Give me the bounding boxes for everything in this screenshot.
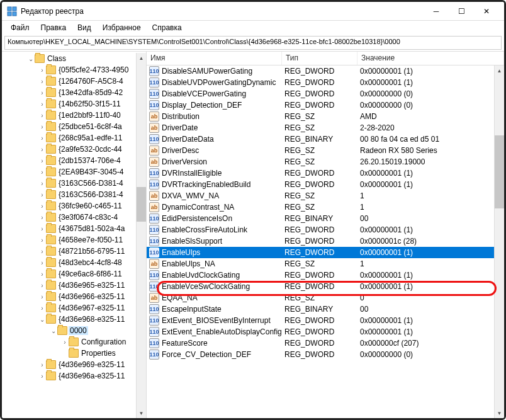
address-bar[interactable]: Компьютер\HKEY_LOCAL_MACHINE\SYSTEM\Cont… (4, 36, 502, 50)
tree-item[interactable]: ›{2db15374-706e-4 (2, 155, 146, 166)
value-data: 0x00000001 (1) (360, 282, 504, 291)
value-name: EnableCrossFireAutoLink (162, 225, 284, 234)
value-type: REG_DWORD (284, 237, 360, 246)
tree-item[interactable]: ›{48d3ebc4-4cf8-48 (2, 257, 146, 268)
tree-item[interactable]: ›{2EA9B43F-3045-4 (2, 166, 146, 178)
scroll-down-button[interactable]: ▼ (137, 408, 146, 418)
column-data[interactable]: Значение (357, 52, 504, 65)
tree-item[interactable]: ›{1264760F-A5C8-4 (2, 76, 146, 87)
value-name: FeatureScore (162, 339, 284, 348)
tree-item[interactable]: ›{268c95a1-edfe-11 (2, 132, 146, 144)
registry-value-row[interactable]: 110EnableUvdClockGatingREG_DWORD0x000000… (147, 270, 504, 281)
value-name: Distribution (162, 112, 284, 121)
close-button[interactable]: ✕ (474, 2, 499, 21)
folder-icon (46, 213, 56, 222)
menu-help[interactable]: Справка (147, 22, 187, 33)
value-data: 0x00000001 (1) (360, 271, 504, 280)
tree-item[interactable]: ›{49ce6ac8-6f86-11 (2, 268, 146, 280)
tree-item[interactable]: ›{25dbce51-6c8f-4a (2, 121, 146, 132)
registry-value-row[interactable]: 110ExtEvent_BIOSEventByInterruptREG_DWOR… (147, 315, 504, 326)
minimize-button[interactable]: ─ (424, 2, 449, 21)
folder-icon (46, 133, 56, 142)
tree-item[interactable]: ›{4d36e965-e325-11 (2, 280, 146, 291)
tree-item[interactable]: ›{2a9fe532-0cdc-44 (2, 144, 146, 155)
svg-rect-1 (13, 7, 16, 11)
tree-item[interactable]: ›{4d36e969-e325-11 (2, 359, 146, 370)
string-value-icon: ab (149, 191, 159, 201)
value-type: REG_DWORD (284, 248, 360, 257)
tree-item[interactable]: ›{1ed2bbf9-11f0-40 (2, 110, 146, 121)
folder-icon (46, 201, 56, 210)
value-type: REG_DWORD (284, 339, 360, 348)
tree-item[interactable]: ›{4d36e966-e325-11 (2, 291, 146, 302)
menubar: Файл Правка Вид Избранное Справка (2, 21, 504, 35)
registry-value-row[interactable]: abDriverVersionREG_SZ26.20.15019.19000 (147, 156, 504, 167)
tree-item[interactable]: ›{4d36e96a-e325-11 (2, 370, 146, 382)
menu-edit[interactable]: Правка (36, 22, 72, 33)
registry-value-row[interactable]: 110DriverDateDataREG_BINARY00 80 fa 04 c… (147, 133, 504, 145)
registry-value-row[interactable]: abDynamicContrast_NAREG_SZ1 (147, 201, 504, 213)
registry-value-row[interactable]: abEnableUlps_NAREG_SZ1 (147, 258, 504, 270)
tree-item[interactable]: ›{13e42dfa-85d9-42 (2, 87, 146, 98)
list-scrollbar[interactable]: ▲ ▼ (494, 65, 504, 418)
tree-item[interactable]: ›Configuration (2, 336, 146, 348)
value-data: AMD (360, 112, 504, 121)
tree-item[interactable]: ⌄{4d36e968-e325-11 (2, 314, 146, 325)
folder-icon (46, 224, 56, 233)
registry-value-row[interactable]: 110Force_CV_Detection_DEFREG_DWORD0x0000… (147, 349, 504, 360)
tree-item[interactable]: ›{3163C566-D381-4 (2, 178, 146, 189)
folder-icon (46, 167, 56, 176)
tree-item[interactable]: ›{4658ee7e-f050-11 (2, 234, 146, 246)
tree-item[interactable]: ›{4d36e967-e325-11 (2, 302, 146, 314)
registry-value-row[interactable]: 110DisableUVDPowerGatingDynamicREG_DWORD… (147, 77, 504, 88)
value-data: 1 (360, 259, 504, 268)
string-value-icon: ab (149, 157, 159, 167)
list-header: Имя Тип Значение (147, 52, 504, 65)
tree-scrollbar[interactable]: ▲ ▼ (136, 53, 146, 418)
column-name[interactable]: Имя (147, 52, 282, 65)
registry-value-row[interactable]: 110EdidPersistenceIsOnREG_BINARY00 (147, 213, 504, 224)
registry-value-row[interactable]: 110DisableVCEPowerGatingREG_DWORD0x00000… (147, 88, 504, 99)
tree-item[interactable]: ›{3e3f0674-c83c-4 (2, 212, 146, 223)
registry-value-row[interactable]: 110DisableSAMUPowerGatingREG_DWORD0x0000… (147, 65, 504, 77)
value-name: DriverVersion (162, 157, 284, 166)
value-name: DriverDateData (162, 135, 284, 144)
scroll-up-button[interactable]: ▲ (137, 53, 146, 63)
tree-item[interactable]: ›{14b62f50-3f15-11 (2, 98, 146, 110)
tree-item[interactable]: Properties (2, 348, 146, 359)
registry-value-row[interactable]: 110ExtEvent_EnableAutoDisplayConfigREG_D… (147, 326, 504, 338)
registry-value-row[interactable]: 110Display_Detection_DEFREG_DWORD0x00000… (147, 99, 504, 111)
registry-value-row[interactable]: 110EnableUlpsREG_DWORD0x00000001 (1) (147, 247, 504, 258)
tree-item[interactable]: ›{43675d81-502a-4a (2, 223, 146, 234)
value-name: DriverDate (162, 123, 284, 132)
registry-value-row[interactable]: abDriverDescREG_SZRadeon RX 580 Series (147, 145, 504, 156)
scroll-up-button[interactable]: ▲ (495, 65, 504, 76)
maximize-button[interactable]: ☐ (449, 2, 474, 21)
registry-value-row[interactable]: 110EnableCrossFireAutoLinkREG_DWORD0x000… (147, 224, 504, 236)
menu-view[interactable]: Вид (72, 22, 96, 33)
menu-file[interactable]: Файл (6, 22, 35, 33)
scroll-down-button[interactable]: ▼ (495, 408, 504, 418)
tree-item[interactable]: ›{36fc9e60-c465-11 (2, 200, 146, 212)
registry-value-row[interactable]: abEQAA_NAREG_SZ0 (147, 292, 504, 304)
tree-item[interactable]: ⌄0000 (2, 325, 146, 336)
tree-item[interactable]: ⌄Class (2, 53, 146, 64)
binary-value-icon: 110 (149, 247, 159, 258)
value-type: REG_SZ (284, 259, 360, 268)
tree-item[interactable]: ›{3163C566-D381-4 (2, 189, 146, 200)
tree-item[interactable]: ›{48721b56-6795-11 (2, 246, 146, 257)
folder-icon (46, 236, 56, 244)
menu-favorites[interactable]: Избранное (98, 22, 146, 33)
tree-item[interactable]: ›{05f5cfe2-4733-4950 (2, 64, 146, 76)
registry-value-row[interactable]: 110EnableVceSwClockGatingREG_DWORD0x0000… (147, 281, 504, 292)
registry-value-row[interactable]: 110EscapeInputStateREG_BINARY00 (147, 304, 504, 315)
registry-value-row[interactable]: abDriverDateREG_SZ2-28-2020 (147, 122, 504, 133)
registry-value-row[interactable]: 110EnableSlsSupportREG_DWORD0x0000001c (… (147, 236, 504, 247)
value-name: DXVA_WMV_NA (162, 191, 284, 200)
registry-value-row[interactable]: 110DVRInstallEligibleREG_DWORD0x00000001… (147, 167, 504, 179)
column-type[interactable]: Тип (282, 52, 357, 65)
registry-value-row[interactable]: abDistributionREG_SZAMD (147, 111, 504, 122)
registry-value-row[interactable]: 110DVRTrackingEnabledBuildREG_DWORD0x000… (147, 179, 504, 190)
registry-value-row[interactable]: 110FeatureScoreREG_DWORD0x000000cf (207) (147, 338, 504, 349)
registry-value-row[interactable]: abDXVA_WMV_NAREG_SZ1 (147, 190, 504, 201)
